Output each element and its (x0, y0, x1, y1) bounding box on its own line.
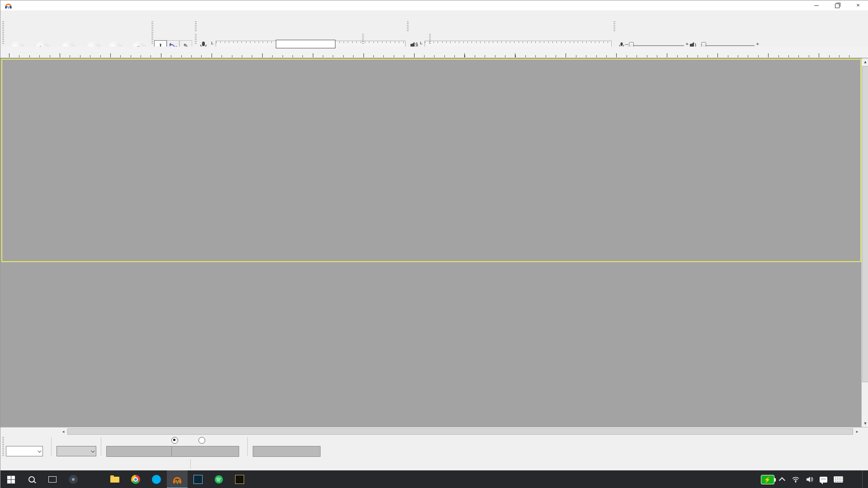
track-focus-border (1, 59, 861, 262)
scroll-left-arrow[interactable]: ◂ (60, 428, 67, 435)
taskbar-lol-button[interactable] (229, 470, 250, 488)
start-button[interactable] (0, 470, 21, 488)
show-desktop-button[interactable] (862, 470, 865, 488)
taskbar: ⚡ (0, 470, 868, 488)
horizontal-scrollbar[interactable]: ◂ ▸ (0, 427, 868, 435)
edit-toolbar-grip[interactable] (195, 34, 197, 45)
audacity-logo-icon (5, 2, 12, 9)
taskbar-file-explorer-button[interactable] (104, 470, 125, 488)
battery-indicator[interactable]: ⚡ (761, 475, 774, 484)
vertical-scroll-thumb[interactable] (862, 66, 868, 382)
audio-position-time[interactable] (253, 446, 321, 457)
mixer-toolbar-grip[interactable] (613, 21, 615, 32)
selection-toolbar-grip[interactable] (2, 437, 4, 456)
selection-start-time[interactable] (106, 446, 174, 457)
action-center-icon[interactable] (820, 477, 827, 483)
taskbar-chrome-button[interactable] (125, 470, 146, 488)
snap-to-select[interactable] (57, 446, 96, 456)
length-radio[interactable] (198, 437, 207, 444)
taskbar-edge-button[interactable] (84, 470, 104, 488)
task-view-button[interactable] (42, 470, 63, 488)
taskbar-skype-button[interactable] (146, 470, 167, 488)
touch-keyboard-icon[interactable] (834, 476, 843, 483)
scroll-down-arrow[interactable]: ▼ (862, 420, 868, 427)
system-tray: ⚡ (761, 470, 868, 488)
windows-logo-icon (7, 476, 15, 483)
vertical-scrollbar[interactable]: ▲ ▼ (861, 58, 868, 427)
toolbar-dock: I ✎ ↔ ✳ LR LR (0, 20, 868, 47)
scroll-right-arrow[interactable]: ▸ (854, 428, 861, 435)
scroll-up-arrow[interactable]: ▲ (862, 58, 868, 66)
restore-button[interactable] (827, 0, 848, 10)
chrome-icon (131, 475, 140, 484)
spotify-icon (214, 475, 223, 484)
menu-bar (0, 10, 868, 20)
horizontal-scroll-thumb[interactable] (67, 428, 853, 435)
audacity-window: × I ✎ ↔ ✳ LR (0, 0, 868, 488)
minimize-button[interactable] (806, 0, 827, 10)
playspeed-toolbar-grip[interactable] (362, 34, 364, 45)
end-radio-dot (171, 437, 178, 444)
tools-toolbar-grip[interactable] (151, 21, 153, 45)
taskbar-photoshop-button[interactable] (188, 470, 208, 488)
skype-icon (152, 475, 161, 484)
file-explorer-icon (110, 477, 119, 483)
taskbar-spotify-button[interactable] (208, 470, 229, 488)
selection-toolbar (0, 435, 868, 458)
project-rate-select[interactable] (6, 446, 43, 456)
playback-meter-grip[interactable] (407, 21, 409, 32)
audacity-taskbar-icon (172, 475, 182, 484)
end-radio[interactable] (171, 437, 180, 444)
lol-icon (235, 475, 244, 484)
taskbar-app-button[interactable] (63, 470, 84, 488)
taskbar-search-button[interactable] (21, 470, 42, 488)
app-icon (69, 475, 78, 484)
close-button[interactable]: × (848, 0, 868, 10)
search-icon (28, 476, 35, 483)
photoshop-icon (193, 475, 203, 484)
selection-end-time[interactable] (171, 446, 239, 457)
timeline-ruler[interactable] (0, 47, 868, 58)
hidden-icons-chevron[interactable] (779, 477, 785, 483)
length-radio-dot (198, 437, 205, 444)
task-view-icon (48, 476, 57, 483)
device-toolbar-grip[interactable] (429, 34, 431, 45)
status-bar (0, 458, 868, 470)
volume-icon[interactable] (806, 476, 813, 483)
recording-meter-grip[interactable] (195, 21, 197, 32)
track-area (0, 58, 868, 427)
title-bar: × (0, 0, 868, 10)
transport-toolbar-grip[interactable] (2, 21, 4, 45)
monitoring-tooltip[interactable] (276, 40, 335, 48)
wifi-icon[interactable] (792, 476, 800, 483)
taskbar-audacity-button[interactable] (167, 470, 188, 488)
